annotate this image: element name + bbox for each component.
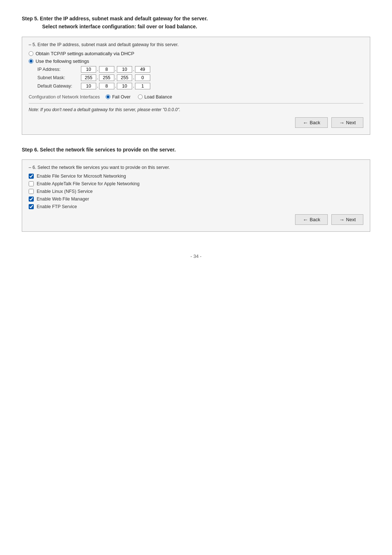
service-label-0: Enable File Service for Microsoft Networ… <box>37 174 126 179</box>
services-list: Enable File Service for Microsoft Networ… <box>29 174 363 209</box>
next-arrow-icon: → <box>339 119 344 126</box>
subnet-inputs: . . . <box>81 74 150 81</box>
page-number: - 34 - <box>22 254 370 259</box>
ip-sep2: . <box>115 66 117 72</box>
step5-back-button[interactable]: ← Back <box>295 117 328 128</box>
gateway-oct3[interactable] <box>117 83 132 89</box>
step5-heading: Step 5. Enter the IP address, subnet mas… <box>22 15 370 31</box>
step6-nav: ← Back → Next <box>29 214 363 225</box>
step5-panel-title: – 5. Enter the IP address, subnet mask a… <box>29 42 363 47</box>
subnet-row: Subnet Mask: . . . <box>37 74 363 81</box>
step6-next-label: Next <box>346 217 356 222</box>
subnet-oct2[interactable] <box>99 74 114 81</box>
service-row-0[interactable]: Enable File Service for Microsoft Networ… <box>29 174 363 179</box>
service-checkbox-4[interactable] <box>29 204 34 209</box>
service-checkbox-3[interactable] <box>29 197 34 202</box>
step6-back-label: Back <box>310 217 320 222</box>
step5-manual-row[interactable]: Use the following settings <box>29 58 363 64</box>
step6-next-button[interactable]: → Next <box>331 214 363 225</box>
service-checkbox-0[interactable] <box>29 174 34 179</box>
manual-label: Use the following settings <box>36 58 89 64</box>
subnet-oct4[interactable] <box>135 74 150 81</box>
service-label-1: Enable AppleTalk File Service for Apple … <box>37 181 139 186</box>
service-checkbox-1[interactable] <box>29 181 34 186</box>
subnet-sep2: . <box>115 75 117 80</box>
service-label-3: Enable Web File Manager <box>37 197 89 202</box>
gateway-row: Default Gateway: . . . <box>37 83 363 89</box>
step5-nav: ← Back → Next <box>29 117 363 128</box>
subnet-oct1[interactable] <box>81 74 96 81</box>
ip-oct2[interactable] <box>99 66 114 73</box>
ip-sep1: . <box>97 66 98 72</box>
ip-sep3: . <box>133 66 134 72</box>
step6-panel: – 6. Select the network file services yo… <box>22 159 370 232</box>
service-label-4: Enable FTP Service <box>37 204 77 209</box>
gateway-label: Default Gateway: <box>37 84 81 89</box>
step6-back-button[interactable]: ← Back <box>295 214 328 225</box>
gateway-sep1: . <box>97 83 98 89</box>
subnet-sep1: . <box>97 75 98 80</box>
dhcp-radio[interactable] <box>29 51 33 56</box>
step5-back-label: Back <box>310 120 320 125</box>
step5-next-label: Next <box>346 120 356 125</box>
manual-radio[interactable] <box>29 59 33 64</box>
loadbalance-option[interactable]: Load Balance <box>138 94 172 100</box>
subnet-sep3: . <box>133 75 134 80</box>
step6-panel-title: – 6. Select the network file services yo… <box>29 165 363 170</box>
service-label-2: Enable Linux (NFS) Service <box>37 189 93 194</box>
ip-oct4[interactable] <box>135 66 150 73</box>
divider1 <box>29 103 363 104</box>
step6-back-arrow-icon: ← <box>303 216 308 223</box>
subnet-oct3[interactable] <box>117 74 132 81</box>
step5-next-button[interactable]: → Next <box>331 117 363 128</box>
ip-label: IP Address: <box>37 67 81 72</box>
config-options: Fail Over Load Balance <box>106 94 172 100</box>
back-arrow-icon: ← <box>303 119 308 126</box>
failover-label: Fail Over <box>112 94 131 100</box>
step5-panel: – 5. Enter the IP address, subnet mask a… <box>22 37 370 135</box>
step6-next-arrow-icon: → <box>339 216 344 223</box>
failover-option[interactable]: Fail Over <box>106 94 131 100</box>
gateway-oct2[interactable] <box>99 83 114 89</box>
config-row: Configuration of Network Interfaces Fail… <box>29 94 363 100</box>
service-row-3[interactable]: Enable Web File Manager <box>29 197 363 202</box>
step5-note: Note: If you don't need a default gatewa… <box>29 107 363 112</box>
step6-heading: Step 6. Select the network file services… <box>22 146 370 154</box>
ip-oct3[interactable] <box>117 66 132 73</box>
subnet-label: Subnet Mask: <box>37 75 81 80</box>
loadbalance-label: Load Balance <box>144 94 172 100</box>
service-row-2[interactable]: Enable Linux (NFS) Service <box>29 189 363 194</box>
ip-oct1[interactable] <box>81 66 96 73</box>
config-label: Configuration of Network Interfaces <box>29 94 100 100</box>
ip-address-row: IP Address: . . . <box>37 66 363 73</box>
dhcp-label: Obtain TCP/IP settings automatically via… <box>36 51 134 56</box>
gateway-sep3: . <box>133 83 134 89</box>
service-row-4[interactable]: Enable FTP Service <box>29 204 363 209</box>
service-checkbox-2[interactable] <box>29 189 34 194</box>
step5-dhcp-row[interactable]: Obtain TCP/IP settings automatically via… <box>29 51 363 56</box>
failover-radio[interactable] <box>106 94 110 99</box>
ip-inputs: . . . <box>81 66 150 73</box>
gateway-oct1[interactable] <box>81 83 96 89</box>
service-row-1[interactable]: Enable AppleTalk File Service for Apple … <box>29 181 363 186</box>
gateway-inputs: . . . <box>81 83 150 89</box>
loadbalance-radio[interactable] <box>138 94 143 99</box>
gateway-sep2: . <box>115 83 117 89</box>
ip-fields-section: IP Address: . . . Subnet Mask: . . . <box>37 66 363 89</box>
gateway-oct4[interactable] <box>135 83 150 89</box>
